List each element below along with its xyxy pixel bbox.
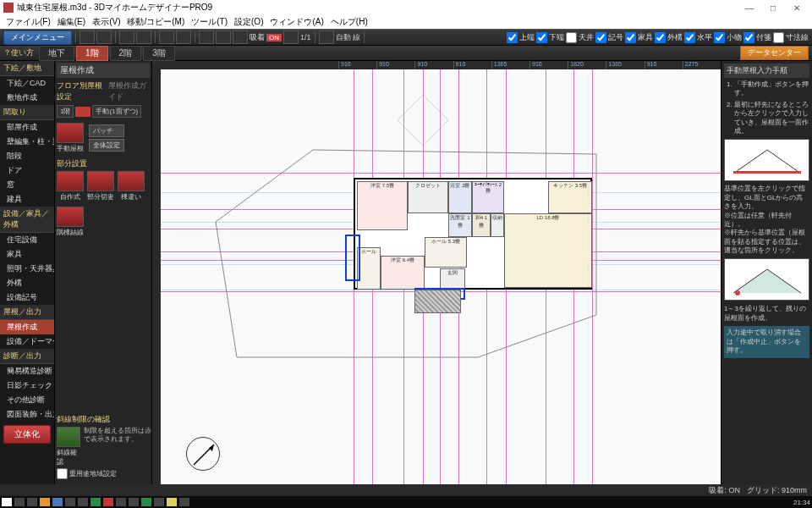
room-lavatory[interactable]: 洗面室 1畳 [448,213,472,237]
nav-fitting[interactable]: 建具 [0,192,54,207]
room-storage[interactable]: 収納 [491,213,504,237]
snap-status[interactable]: ON [266,34,282,41]
check-level[interactable] [684,32,695,43]
grid-icon[interactable] [233,30,248,44]
manual-roof-icon[interactable] [57,123,84,143]
select-tool-icon[interactable] [96,30,112,44]
nav-house-equip[interactable]: 住宅設備 [0,233,54,247]
task-icon[interactable] [27,498,37,506]
check-symbol[interactable] [595,32,606,43]
datacenter-button[interactable]: データセンター [740,46,809,60]
panel-tab-floor[interactable]: フロア別屋根設定 [57,80,105,102]
task-icon[interactable] [129,498,139,506]
save-icon[interactable] [176,30,191,44]
cursor-tool-icon[interactable] [80,30,95,44]
room-entrance[interactable]: 玄関 [440,268,465,290]
folder-icon[interactable] [159,30,174,44]
nav-dormer[interactable]: 設備／ドーマー [0,334,54,349]
nav-other-diag[interactable]: その他診断 [0,393,54,407]
room-ld[interactable]: LD 18.8畳 [504,213,592,288]
floor-select[interactable]: 1階 [57,105,74,118]
task-icon[interactable] [65,498,75,506]
batch-button[interactable]: バッチ [89,124,124,137]
nav-shadow[interactable]: 日影チェック [0,378,54,393]
menu-move[interactable]: 移動/コピー(M) [124,16,187,28]
nav-struct-diag[interactable]: 簡易構造診断 [0,364,54,378]
nav-exterior[interactable]: 外構 [0,276,54,290]
task-icon[interactable] [14,498,25,506]
redo-icon[interactable] [136,30,151,44]
nav-roof-create[interactable]: 屋根作成 [0,320,54,334]
task-icon[interactable] [167,498,177,506]
ridge-diff-icon[interactable] [118,171,145,191]
check-furniture[interactable] [625,32,636,43]
3d-button[interactable]: 立体化 [3,425,51,444]
tab-1f[interactable]: 1階 [76,46,108,61]
menu-window[interactable]: ウィンドウ(A) [267,16,326,28]
room-wa[interactable]: 和4 1畳 [472,213,491,237]
self-style-icon[interactable] [57,171,84,191]
manual-mode-button[interactable]: 手動(1面ずつ) [92,105,141,118]
room-hall1[interactable]: ホール [357,247,381,290]
nav-wall[interactable]: 壁編集・柱・梁 [0,135,54,149]
nav-door[interactable]: ドア [0,163,54,178]
menu-tool[interactable]: ツール(T) [189,16,230,28]
room-utility[interactable]: ﾕｰﾃｨﾘﾃｨｰｽ 2畳 [472,181,504,213]
menu-view[interactable]: 表示(V) [90,16,123,28]
task-icon[interactable] [179,498,189,506]
check-dim[interactable] [773,32,784,43]
task-icon[interactable] [78,498,88,506]
task-icon[interactable] [103,498,113,506]
roof-type-icon[interactable] [75,107,91,117]
fit-icon[interactable] [216,30,231,44]
tab-2f[interactable]: 2階 [110,46,142,61]
check-bottom[interactable] [536,32,547,43]
porch-area[interactable] [414,290,461,313]
room-hall2[interactable]: ホール 5.3畳 [425,237,467,268]
menu-edit[interactable]: 編集(E) [55,16,88,28]
check-small[interactable] [714,32,725,43]
selection-box-1[interactable] [345,235,360,281]
nav-room[interactable]: 部屋作成 [0,120,54,135]
usage-link[interactable]: ？使い方 [3,47,34,58]
panel-tab-guide[interactable]: 屋根作成ガイド [108,80,150,102]
zoom-icon[interactable] [199,30,214,44]
nav-site[interactable]: 敷地作成 [0,91,54,105]
task-icon[interactable] [40,498,50,506]
zone-check[interactable] [57,468,68,479]
partial-gable-icon[interactable] [87,171,114,191]
room-bath[interactable]: 浴室 2畳 [448,181,472,213]
minimize-button[interactable]: — [738,3,761,13]
undo-icon[interactable] [119,30,134,44]
check-ceiling[interactable] [566,32,577,43]
menu-file[interactable]: ファイル(F) [3,16,53,28]
task-icon[interactable] [91,498,101,506]
menu-settings[interactable]: 設定(O) [232,16,266,28]
room-bedroom1[interactable]: 洋室 7.5畳 [357,181,408,230]
room-kitchen[interactable]: キッチン 3.5畳 [548,181,592,213]
close-button[interactable]: ✕ [785,3,809,13]
start-icon[interactable] [2,498,12,506]
task-icon[interactable] [154,498,164,506]
room-bedroom2[interactable]: 洋室 6.4畳 [381,256,425,290]
house-outline[interactable]: 洋室 7.5畳 クロゼット 浴室 2畳 ﾕｰﾃｨﾘﾃｨｰｽ 2畳 キッチン 3.… [354,178,592,290]
line-tool-icon[interactable] [319,30,334,44]
all-settings-button[interactable]: 全体設定 [89,139,124,152]
menu-help[interactable]: ヘルプ(H) [328,16,370,28]
task-icon[interactable] [116,498,126,506]
nav-window[interactable]: 窓 [0,178,54,192]
main-menu-button[interactable]: メインメニュー [3,30,72,45]
check-exterior[interactable] [655,32,666,43]
nav-lighting[interactable]: 照明・天井器具 [0,262,54,276]
nav-stair[interactable]: 階段 [0,149,54,163]
canvas[interactable]: 910 910 910 910 1365 910 1820 1365 910 2… [152,61,721,496]
tab-basement[interactable]: 地下 [39,46,74,61]
maximize-button[interactable]: □ [761,3,785,13]
room-closet[interactable]: クロゼット [408,181,448,213]
check-note[interactable] [743,32,754,43]
check-top[interactable] [507,32,518,43]
nav-underlay-cad[interactable]: 下絵／CAD [0,76,54,91]
ratio-icon[interactable] [283,30,299,44]
nav-furniture[interactable]: 家具 [0,247,54,262]
nav-equip-symbol[interactable]: 設備記号 [0,290,54,305]
